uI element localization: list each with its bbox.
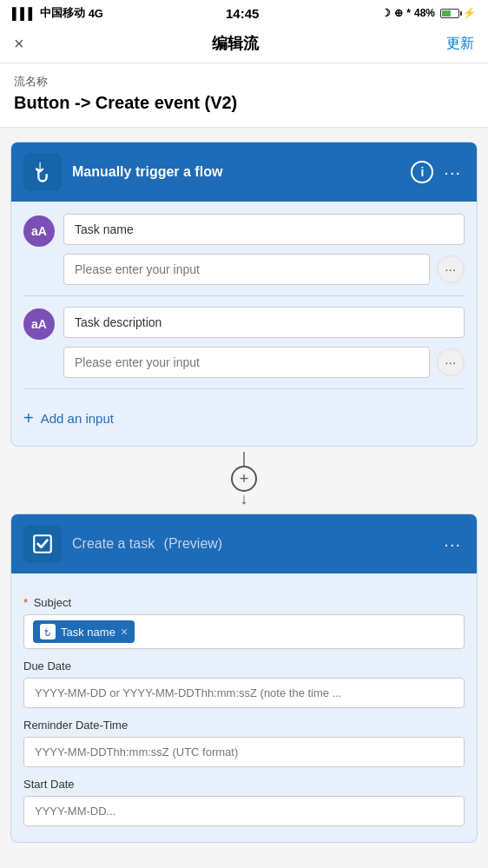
task-name-input[interactable] [63, 214, 465, 245]
status-left: ▌▌▌ 中国移动 4G [12, 5, 103, 21]
reminder-input[interactable] [23, 737, 465, 767]
tag-icon [40, 624, 56, 639]
flow-name-label: 流名称 [14, 74, 474, 89]
flow-name-section: 流名称 Button -> Create event (V2) [0, 63, 488, 128]
section-divider-1 [23, 295, 465, 296]
subject-required-star: * [23, 596, 28, 609]
task-name-field-wrapper [63, 214, 465, 245]
task-name-group: aA [23, 214, 465, 247]
task-preview-label: (Preview) [164, 536, 223, 551]
task-card-header: Create a task (Preview) ··· [11, 514, 477, 573]
start-date-input[interactable] [23, 796, 465, 826]
close-button[interactable]: × [14, 34, 24, 54]
battery-icon [440, 9, 459, 18]
start-date-label: Start Date [23, 778, 465, 791]
task-desc-dots-button[interactable]: ··· [437, 348, 465, 376]
task-name-tag: Task name × [33, 620, 135, 643]
top-nav: × 编辑流 更新 [0, 24, 488, 63]
reminder-label: Reminder Date-Time [23, 719, 465, 732]
network-type: 4G [89, 7, 103, 20]
task-more-button[interactable]: ··· [440, 534, 465, 554]
subject-field-section: * Subject Task name × [23, 596, 465, 649]
connector: + ↓ [231, 447, 257, 514]
task-card: Create a task (Preview) ··· * Subject [10, 514, 478, 843]
status-bar: ▌▌▌ 中国移动 4G 14:45 ☽ ⊕ * 48% ⚡ [0, 0, 488, 24]
moon-icon: ☽ [381, 7, 391, 19]
task-name-placeholder-wrapper [63, 254, 430, 285]
connector-line-top [243, 452, 245, 466]
tag-remove-button[interactable]: × [121, 625, 128, 639]
charging-icon: ⚡ [463, 7, 476, 19]
trigger-card-title: Manually trigger a flow [72, 164, 411, 180]
task-desc-input[interactable] [63, 307, 465, 338]
task-card-icon [23, 525, 62, 563]
battery-fill [442, 10, 451, 17]
page-title: 编辑流 [212, 33, 259, 54]
subject-label: * Subject [23, 596, 465, 609]
main-content: Manually trigger a flow i ··· aA [0, 128, 488, 857]
trigger-card-body: aA ··· aA [11, 202, 477, 446]
task-desc-placeholder-wrapper [63, 347, 430, 378]
trigger-card: Manually trigger a flow i ··· aA [10, 142, 478, 447]
status-right: ☽ ⊕ * 48% ⚡ [381, 7, 476, 19]
trigger-icon [23, 153, 62, 191]
task-card-title: Create a task (Preview) [72, 536, 440, 552]
add-icon: + [23, 408, 34, 428]
battery-percent: 48% [414, 7, 435, 19]
status-time: 14:45 [226, 6, 259, 21]
trigger-card-actions: i ··· [411, 161, 465, 183]
trigger-card-header: Manually trigger a flow i ··· [11, 142, 477, 202]
due-date-field-section: Due Date [23, 659, 465, 708]
connector-plus-button[interactable]: + [231, 466, 257, 492]
bluetooth-icon: * [406, 7, 411, 19]
start-date-field-section: Start Date [23, 778, 465, 826]
connector-arrow: ↓ [241, 490, 248, 508]
due-date-input[interactable] [23, 678, 465, 708]
task-name-placeholder-row: ··· [23, 254, 465, 285]
info-button[interactable]: i [411, 161, 433, 183]
task-desc-placeholder-row: ··· [23, 347, 465, 378]
signal-icon: ▌▌▌ [12, 7, 36, 20]
task-desc-avatar: aA [23, 308, 55, 340]
update-button[interactable]: 更新 [446, 35, 474, 53]
section-divider-2 [23, 388, 465, 389]
task-card-body: * Subject Task name × [11, 573, 477, 842]
task-name-placeholder-input[interactable] [63, 254, 430, 285]
task-name-dots-button[interactable]: ··· [437, 255, 465, 283]
task-desc-field-wrapper [63, 307, 465, 338]
add-input-button[interactable]: + Add an input [23, 400, 465, 430]
trigger-more-button[interactable]: ··· [440, 162, 465, 182]
checkbox-icon [31, 533, 54, 555]
hand-touch-icon [30, 160, 55, 184]
task-name-avatar: aA [23, 215, 55, 247]
task-desc-placeholder-input[interactable] [63, 347, 430, 378]
subject-tag-input[interactable]: Task name × [23, 614, 465, 649]
location-icon: ⊕ [394, 7, 403, 19]
due-date-label: Due Date [23, 659, 465, 673]
carrier-label: 中国移动 [40, 5, 85, 21]
add-input-label: Add an input [41, 411, 114, 426]
task-desc-group: aA [23, 307, 465, 340]
tag-label: Task name [61, 626, 115, 639]
tag-touch-icon [43, 626, 53, 637]
flow-name-title: Button -> Create event (V2) [14, 93, 474, 113]
reminder-field-section: Reminder Date-Time [23, 719, 465, 767]
